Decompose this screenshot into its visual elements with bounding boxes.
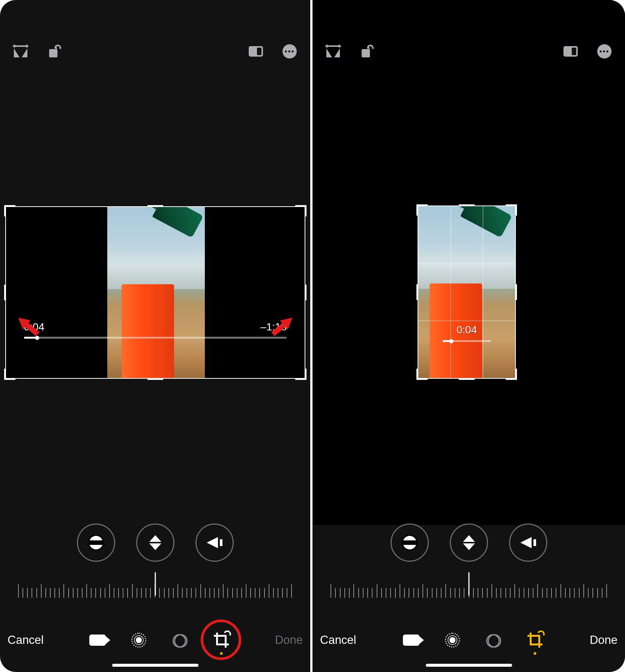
crop-icon	[214, 633, 229, 648]
done-button[interactable]: Done	[275, 633, 303, 647]
phone-right: 0:04 Cancel	[312, 0, 625, 672]
flip-horizontal-button[interactable]	[322, 40, 344, 62]
rotation-dial[interactable]	[18, 580, 292, 598]
video-preview	[418, 206, 515, 378]
bottom-bar: Cancel Done	[0, 631, 310, 650]
horizontal-perspective-button[interactable]	[509, 524, 547, 562]
tab-crop[interactable]	[526, 631, 544, 650]
vertical-perspective-icon	[148, 535, 162, 550]
filters-icon	[173, 633, 188, 648]
horizontal-perspective-icon	[520, 537, 536, 548]
more-icon	[282, 44, 297, 58]
straighten-icon	[401, 534, 418, 551]
aspect-ratio-icon	[249, 46, 263, 57]
horizontal-perspective-button[interactable]	[195, 524, 234, 562]
horizontal-perspective-icon	[207, 537, 222, 548]
aspect-ratio-button[interactable]	[560, 40, 581, 62]
vertical-perspective-button[interactable]	[450, 524, 488, 562]
adjust-icon	[445, 633, 460, 648]
adjust-row	[0, 524, 310, 562]
aspect-ratio-icon	[563, 46, 578, 57]
vertical-perspective-button[interactable]	[136, 524, 174, 562]
dial-center-marker	[155, 572, 156, 596]
active-tab-dot	[533, 652, 536, 655]
rotation-dial[interactable]	[331, 580, 607, 598]
rotate-button[interactable]	[356, 40, 378, 62]
aspect-ratio-button[interactable]	[245, 40, 267, 62]
filters-icon	[486, 633, 501, 648]
more-button[interactable]	[279, 40, 300, 62]
rotate-button[interactable]	[44, 40, 65, 62]
crop-topbar	[0, 40, 310, 62]
tab-adjust[interactable]	[443, 631, 462, 650]
rotate-ccw-icon	[361, 45, 373, 57]
adjust-row	[312, 524, 625, 562]
tab-crop[interactable]	[212, 631, 231, 650]
bottom-bar: Cancel Done	[312, 631, 625, 650]
video-preview	[107, 207, 205, 378]
tab-adjust[interactable]	[129, 631, 148, 650]
annotation-arrow-right	[280, 313, 296, 330]
flip-horizontal-icon	[326, 45, 340, 57]
cancel-button[interactable]: Cancel	[8, 633, 44, 647]
time-overlay: 0:04	[418, 324, 515, 336]
home-indicator[interactable]	[112, 664, 198, 667]
tab-filters[interactable]	[484, 631, 503, 650]
straighten-icon	[88, 534, 104, 551]
done-button[interactable]: Done	[590, 633, 617, 647]
more-icon	[597, 44, 611, 58]
crop-frame[interactable]: 0:04 –1:18	[5, 206, 305, 379]
tab-video[interactable]	[88, 631, 107, 650]
tab-filters[interactable]	[171, 631, 189, 650]
dial-center-marker	[468, 572, 469, 596]
active-tab-dot	[220, 652, 222, 655]
video-icon	[89, 634, 106, 646]
rotate-ccw-icon	[48, 45, 60, 57]
phone-left: 0:04 –1:18	[0, 0, 310, 672]
progress-bar[interactable]	[443, 340, 491, 342]
video-icon	[403, 634, 419, 646]
tab-video[interactable]	[402, 631, 421, 650]
flip-horizontal-button[interactable]	[10, 40, 32, 62]
crop-icon	[527, 633, 542, 648]
cancel-button[interactable]: Cancel	[320, 633, 356, 647]
current-time: 0:04	[457, 324, 477, 336]
straighten-button[interactable]	[77, 524, 115, 562]
progress-bar[interactable]	[24, 337, 287, 339]
vertical-perspective-icon	[462, 535, 476, 550]
straighten-button[interactable]	[391, 524, 429, 562]
crop-topbar	[312, 40, 625, 62]
time-overlay: 0:04 –1:18	[24, 321, 287, 333]
flip-horizontal-icon	[14, 45, 27, 57]
adjust-icon	[131, 633, 146, 648]
crop-frame[interactable]: 0:04	[418, 206, 516, 379]
home-indicator[interactable]	[426, 664, 512, 667]
annotation-arrow-left	[14, 313, 31, 330]
more-button[interactable]	[593, 40, 615, 62]
